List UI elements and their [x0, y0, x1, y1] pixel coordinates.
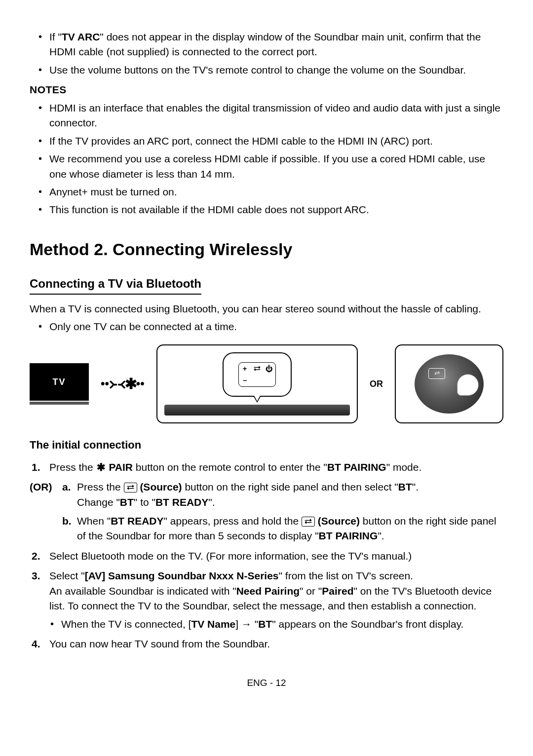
step-3: 3. Select "[AV] Samsung Soundbar Nxxx N-… [49, 568, 503, 632]
finger-icon [457, 374, 479, 396]
bluetooth-icon: ••᚛᚜✱•• [101, 373, 145, 395]
list-item: We recommend you use a coreless HDMI cab… [49, 151, 503, 182]
step-2: 2. Select Bluetooth mode on the TV. (For… [49, 549, 503, 564]
initial-connection-heading: The initial connection [30, 437, 503, 453]
list-item: HDMI is an interface that enables the di… [49, 101, 503, 131]
intro-text: When a TV is connected using Bluetooth, … [30, 302, 503, 316]
alternate-steps: (OR) a. Press the ⮂ (Source) button on t… [49, 480, 503, 544]
tv-illustration: TV [30, 363, 89, 405]
bluetooth-pair-icon: ✱ [96, 460, 106, 475]
list-item: Only one TV can be connected at a time. [49, 319, 503, 334]
or-label: OR [370, 378, 383, 390]
notes-list: HDMI is an interface that enables the di… [30, 101, 503, 218]
step-3-sub: When the TV is connected, [TV Name] → "B… [49, 617, 503, 632]
top-bullet-list: If "TV ARC" does not appear in the displ… [30, 30, 503, 77]
disc: ⮂ [415, 354, 484, 414]
source-button-icon: ⮂ [428, 368, 445, 379]
subheading-bluetooth: Connecting a TV via Bluetooth [30, 275, 201, 295]
step-1: 1. Press the ✱ PAIR button on the remote… [49, 460, 503, 544]
connection-diagram: TV ••᚛᚜✱•• + ⮂ ⏻ − OR ⮂ [30, 344, 503, 423]
source-icon: ⮂ [251, 363, 263, 375]
remote-balloon: + ⮂ ⏻ − [223, 352, 292, 397]
method-heading: Method 2. Connecting Wirelessly [30, 237, 503, 262]
source-icon: ⮂ [302, 517, 315, 527]
list-item: If the TV provides an ARC port, connect … [49, 134, 503, 149]
remote-soundbar-illustration: + ⮂ ⏻ − [156, 344, 358, 423]
power-icon: ⏻ [263, 363, 275, 375]
steps-list: 1. Press the ✱ PAIR button on the remote… [30, 460, 503, 652]
step-a: (OR) a. Press the ⮂ (Source) button on t… [77, 480, 503, 510]
list-item: When the TV is connected, [TV Name] → "B… [61, 617, 503, 632]
page-footer: ENG - 12 [30, 676, 503, 690]
notes-heading: NOTES [30, 82, 503, 97]
list-item: If "TV ARC" does not appear in the displ… [49, 30, 503, 60]
remote-buttons: + ⮂ ⏻ − [238, 362, 276, 387]
or-label: (OR) [30, 480, 52, 494]
source-icon: ⮂ [124, 483, 137, 492]
step-b: b. When "BT READY" appears, press and ho… [77, 514, 503, 544]
minus-icon: − [239, 375, 251, 386]
plus-icon: + [239, 363, 251, 375]
soundbar-illustration [164, 405, 350, 416]
list-item: Anynet+ must be turned on. [49, 185, 503, 199]
list-item: This function is not available if the HD… [49, 202, 503, 217]
intro-bullet-list: Only one TV can be connected at a time. [30, 319, 503, 334]
step-4: 4. You can now hear TV sound from the So… [49, 637, 503, 651]
side-panel-illustration: ⮂ [395, 344, 503, 423]
tv-label: TV [30, 363, 89, 401]
list-item: Use the volume buttons on the TV's remot… [49, 63, 503, 77]
